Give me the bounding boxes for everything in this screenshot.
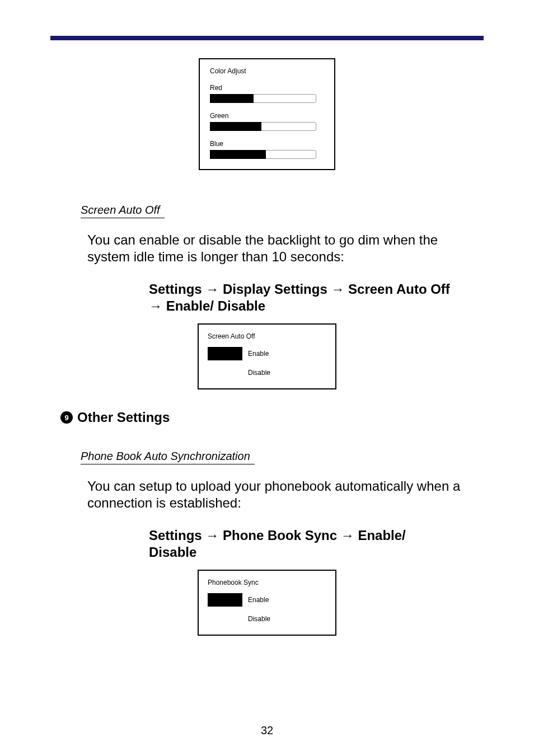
option-disable[interactable]: Disable <box>248 615 270 623</box>
option-row: Disable <box>208 366 326 379</box>
page-number: 32 <box>0 724 534 737</box>
body-text: You can setup to upload your phonebook a… <box>87 478 474 511</box>
panel-title: Screen Auto Off <box>208 332 326 340</box>
slider-row: Blue <box>210 140 324 159</box>
check-icon[interactable] <box>208 366 242 379</box>
slider-fill <box>210 150 266 159</box>
slider-row: Green <box>210 112 324 131</box>
menu-path: Settings → Display Settings → Screen Aut… <box>149 281 451 314</box>
option-disable[interactable]: Disable <box>248 369 270 377</box>
panel-title: Phonebook Sync <box>208 579 326 586</box>
section-heading-other: 9 Other Settings <box>60 410 474 425</box>
bullet-number-icon: 9 <box>60 411 73 424</box>
screen-auto-off-panel: Screen Auto Off Enable Disable <box>198 323 336 389</box>
section-title: Other Settings <box>77 410 170 425</box>
header-rule <box>50 36 484 40</box>
slider-fill <box>210 122 261 131</box>
body-text: You can enable or disable the backlight … <box>87 232 474 265</box>
slider-label-green: Green <box>210 112 324 120</box>
check-icon[interactable] <box>208 593 242 607</box>
option-enable[interactable]: Enable <box>248 596 269 604</box>
check-icon[interactable] <box>208 612 242 626</box>
slider-fill <box>210 94 254 103</box>
subheading-screen-auto-off: Screen Auto Off <box>81 204 165 218</box>
subheading-phonebook-sync: Phone Book Auto Synchronization <box>81 450 255 464</box>
color-adjust-title: Color Adjust <box>210 67 324 75</box>
slider-label-red: Red <box>210 84 324 92</box>
option-row: Enable <box>208 347 326 360</box>
slider-label-blue: Blue <box>210 140 324 148</box>
menu-path: Settings → Phone Book Sync → Enable/ Dis… <box>149 527 451 561</box>
color-adjust-panel: Color Adjust Red Green Blue <box>199 58 335 170</box>
slider-track[interactable] <box>210 150 316 159</box>
page-content: Color Adjust Red Green Blue S <box>60 55 474 636</box>
slider-row: Red <box>210 84 324 103</box>
option-enable[interactable]: Enable <box>248 350 269 358</box>
check-icon[interactable] <box>208 347 242 360</box>
phonebook-sync-panel: Phonebook Sync Enable Disable <box>198 570 336 636</box>
option-row: Disable <box>208 612 326 626</box>
slider-track[interactable] <box>210 94 316 103</box>
option-row: Enable <box>208 593 326 607</box>
slider-track[interactable] <box>210 122 316 131</box>
document-page: Color Adjust Red Green Blue S <box>0 0 534 756</box>
